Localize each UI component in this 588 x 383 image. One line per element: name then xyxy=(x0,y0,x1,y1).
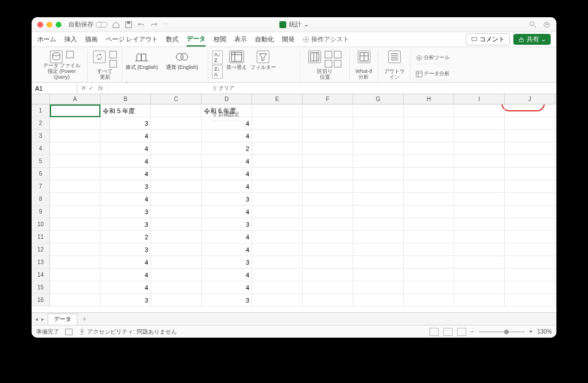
cell[interactable] xyxy=(353,218,404,230)
col-header-J[interactable]: J xyxy=(505,94,555,104)
cell[interactable]: 4 xyxy=(202,243,252,256)
cell[interactable] xyxy=(151,142,202,154)
cell[interactable] xyxy=(50,105,100,117)
cell[interactable]: 4 xyxy=(202,281,252,293)
autosave-toggle[interactable]: 自動保存 xyxy=(68,20,107,29)
cell[interactable] xyxy=(454,206,505,218)
save-icon[interactable] xyxy=(125,21,133,29)
cell[interactable]: 4 xyxy=(202,155,252,167)
comments-button[interactable]: コメント xyxy=(466,33,510,45)
cell[interactable] xyxy=(353,206,404,218)
cell[interactable] xyxy=(252,256,303,268)
row-header[interactable]: 8 xyxy=(32,193,50,205)
cell[interactable]: 4 xyxy=(100,155,151,167)
row-header[interactable]: 9 xyxy=(32,206,50,218)
filter-button[interactable]: フィルター xyxy=(250,51,276,71)
sort-button[interactable]: 並べ替え xyxy=(226,51,247,71)
cell[interactable] xyxy=(404,193,454,205)
row-header[interactable]: 6 xyxy=(32,168,50,180)
sheet-nav-prev[interactable]: ◂ xyxy=(35,316,38,322)
cell[interactable] xyxy=(151,206,202,218)
cell[interactable] xyxy=(505,117,555,129)
page-break-view-button[interactable] xyxy=(457,328,466,336)
cell[interactable] xyxy=(505,294,555,306)
cell[interactable] xyxy=(252,193,303,205)
cell[interactable]: 3 xyxy=(100,218,151,230)
cell[interactable] xyxy=(404,180,454,192)
cell[interactable] xyxy=(151,231,202,243)
cell[interactable] xyxy=(151,218,202,230)
cell[interactable] xyxy=(505,269,555,281)
tab-review[interactable]: 校閲 xyxy=(214,33,226,46)
cell[interactable] xyxy=(151,269,202,281)
row-header[interactable]: 2 xyxy=(32,117,50,129)
more-icon[interactable]: ⋯ xyxy=(163,21,171,29)
cell[interactable] xyxy=(404,105,454,117)
cell[interactable] xyxy=(151,117,202,129)
col-header-G[interactable]: G xyxy=(353,94,404,104)
cell[interactable] xyxy=(50,168,100,180)
tab-pagelayout[interactable]: ページ レイアウト xyxy=(106,33,158,46)
cell[interactable] xyxy=(303,256,353,268)
cell[interactable] xyxy=(404,294,454,306)
cell[interactable] xyxy=(454,294,505,306)
cancel-icon[interactable]: ✕ xyxy=(81,84,86,92)
refresh-all-button[interactable] xyxy=(93,51,106,63)
cell[interactable]: 4 xyxy=(202,130,252,142)
cell[interactable] xyxy=(404,206,454,218)
row-header[interactable]: 5 xyxy=(32,155,50,167)
cell[interactable]: 4 xyxy=(100,256,151,268)
row-header[interactable]: 11 xyxy=(32,231,50,243)
cell[interactable] xyxy=(353,243,404,256)
cell[interactable]: 3 xyxy=(100,294,151,306)
cell[interactable] xyxy=(252,117,303,129)
minimize-button[interactable] xyxy=(47,22,52,28)
redo-icon[interactable] xyxy=(150,21,158,29)
cell[interactable] xyxy=(50,281,100,293)
cell[interactable]: 4 xyxy=(202,168,252,180)
row-header[interactable]: 13 xyxy=(32,256,50,268)
cell[interactable] xyxy=(151,130,202,142)
cell[interactable]: 4 xyxy=(202,269,252,281)
cell[interactable]: 3 xyxy=(202,256,252,268)
cell[interactable] xyxy=(353,168,404,180)
spreadsheet-grid[interactable]: ABCDEFGHIJ 1令和 5 年度令和 6 年度23434444254464… xyxy=(32,94,556,312)
cell[interactable] xyxy=(353,231,404,243)
add-sheet-button[interactable]: ＋ xyxy=(81,314,88,324)
cell[interactable]: 4 xyxy=(100,130,151,142)
col-header-B[interactable]: B xyxy=(100,94,151,104)
normal-view-button[interactable] xyxy=(430,328,439,336)
cell[interactable] xyxy=(303,206,353,218)
tab-insert[interactable]: 挿入 xyxy=(64,33,77,46)
autosave-switch[interactable] xyxy=(96,22,107,28)
col-header-C[interactable]: C xyxy=(151,94,202,104)
cell[interactable] xyxy=(454,269,505,281)
cell[interactable] xyxy=(353,281,404,293)
cell[interactable] xyxy=(50,243,100,256)
undo-icon[interactable] xyxy=(137,21,145,29)
cell[interactable] xyxy=(252,269,303,281)
cell[interactable] xyxy=(404,142,454,154)
cell[interactable] xyxy=(404,269,454,281)
macro-icon[interactable] xyxy=(65,328,73,335)
cell[interactable] xyxy=(404,243,454,256)
cell[interactable] xyxy=(454,180,505,192)
cell[interactable] xyxy=(454,168,505,180)
cell[interactable] xyxy=(353,130,404,142)
properties-icon[interactable] xyxy=(109,60,117,68)
cell[interactable]: 2 xyxy=(100,231,151,243)
tab-formulas[interactable]: 数式 xyxy=(166,33,179,46)
cell[interactable] xyxy=(50,231,100,243)
cell[interactable]: 3 xyxy=(100,243,151,256)
get-data-icon[interactable] xyxy=(66,51,74,59)
tell-me[interactable]: 操作アシスト xyxy=(303,35,349,44)
remove-dup-icon[interactable] xyxy=(334,51,342,59)
cell[interactable] xyxy=(353,269,404,281)
cell[interactable]: 3 xyxy=(202,218,252,230)
cell[interactable] xyxy=(252,155,303,167)
chevron-right-icon[interactable]: › xyxy=(126,79,127,85)
cell[interactable]: 4 xyxy=(202,231,252,243)
cell[interactable] xyxy=(353,180,404,192)
zoom-out-button[interactable]: − xyxy=(471,328,474,335)
cell[interactable] xyxy=(505,180,555,192)
